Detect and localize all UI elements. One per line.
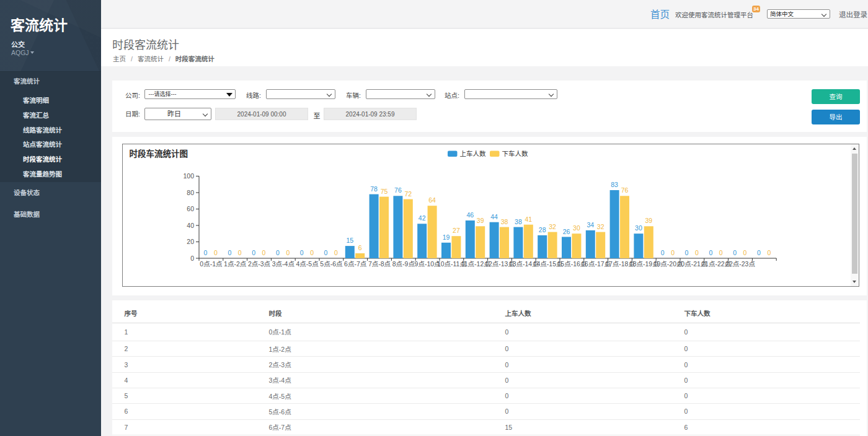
svg-text:75: 75: [381, 188, 388, 195]
svg-text:32: 32: [549, 223, 556, 230]
svg-text:0: 0: [743, 249, 747, 256]
svg-text:2点-3点: 2点-3点: [248, 260, 270, 268]
svg-text:4点-5点: 4点-5点: [296, 260, 319, 268]
svg-text:0: 0: [685, 249, 689, 256]
svg-text:0: 0: [228, 249, 231, 256]
svg-text:22点-23点: 22点-23点: [725, 260, 755, 268]
svg-text:0: 0: [767, 249, 771, 256]
svg-text:72: 72: [404, 190, 412, 198]
svg-text:0: 0: [671, 249, 675, 256]
svg-text:76: 76: [394, 186, 402, 194]
svg-text:100: 100: [183, 172, 194, 180]
svg-text:32: 32: [597, 223, 604, 230]
svg-text:6点-7点: 6点-7点: [344, 260, 366, 268]
svg-text:41: 41: [525, 216, 532, 223]
svg-text:28: 28: [539, 226, 546, 233]
svg-text:44: 44: [490, 213, 498, 220]
svg-text:19: 19: [443, 233, 450, 241]
svg-text:20: 20: [187, 238, 194, 245]
svg-text:7点-8点: 7点-8点: [368, 260, 391, 268]
svg-text:30: 30: [573, 224, 580, 232]
svg-text:0: 0: [276, 249, 280, 256]
svg-text:6: 6: [358, 244, 362, 251]
svg-text:0: 0: [310, 249, 314, 256]
svg-text:15: 15: [346, 237, 353, 244]
svg-text:0: 0: [733, 249, 737, 256]
svg-text:27: 27: [453, 227, 460, 234]
svg-text:0: 0: [757, 249, 761, 256]
svg-text:34: 34: [587, 221, 594, 229]
svg-text:39: 39: [477, 217, 484, 224]
svg-text:83: 83: [611, 181, 618, 188]
svg-text:8点-9点: 8点-9点: [392, 260, 415, 268]
svg-text:0: 0: [661, 249, 665, 256]
svg-text:3点-4点: 3点-4点: [272, 260, 294, 268]
svg-text:76: 76: [621, 186, 629, 194]
svg-text:0: 0: [252, 249, 255, 256]
svg-text:64: 64: [428, 196, 436, 204]
svg-text:80: 80: [187, 189, 194, 196]
svg-text:0: 0: [238, 249, 242, 256]
svg-text:0: 0: [300, 249, 304, 256]
svg-text:38: 38: [501, 218, 508, 225]
svg-text:5点-6点: 5点-6点: [320, 260, 342, 268]
svg-text:0: 0: [709, 249, 712, 256]
svg-text:78: 78: [370, 185, 378, 193]
svg-text:38: 38: [515, 218, 522, 225]
svg-text:下车人数: 下车人数: [502, 150, 528, 157]
svg-text:60: 60: [187, 205, 194, 212]
svg-text:39: 39: [645, 217, 652, 224]
svg-text:0: 0: [214, 249, 218, 256]
svg-text:0: 0: [190, 255, 194, 262]
svg-text:0: 0: [262, 249, 266, 256]
svg-text:0: 0: [204, 249, 208, 256]
svg-text:42: 42: [418, 214, 426, 222]
svg-text:0点-1点: 0点-1点: [200, 260, 222, 268]
svg-text:30: 30: [635, 224, 642, 232]
svg-text:0: 0: [334, 249, 338, 256]
svg-text:46: 46: [466, 211, 474, 219]
svg-text:40: 40: [187, 222, 194, 229]
svg-text:时段车流统计图: 时段车流统计图: [130, 149, 188, 159]
svg-text:0: 0: [695, 249, 699, 256]
svg-text:0: 0: [719, 249, 723, 256]
svg-text:26: 26: [563, 228, 570, 235]
svg-text:上车人数: 上车人数: [460, 150, 486, 157]
svg-text:0: 0: [286, 249, 290, 256]
svg-text:0: 0: [324, 249, 328, 256]
svg-text:1点-2点: 1点-2点: [224, 260, 246, 268]
